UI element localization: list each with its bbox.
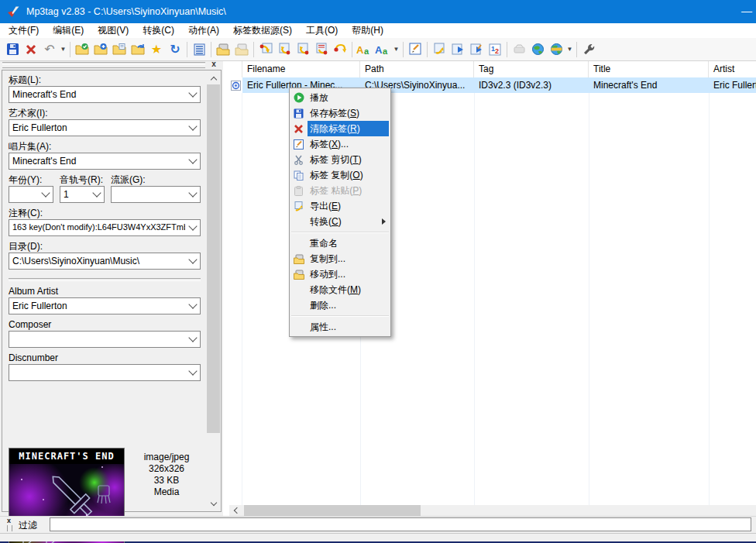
scroll-down-arrow[interactable] <box>207 497 220 510</box>
column-header-artist[interactable]: Artist <box>709 61 756 77</box>
track-combo-dropdown[interactable] <box>90 187 104 202</box>
web-source-alt-button[interactable] <box>547 40 565 59</box>
album-artist-combo-dropdown[interactable] <box>186 298 200 314</box>
change-directory-button[interactable] <box>73 40 91 59</box>
ctx-export[interactable]: 导出(E) <box>290 198 390 214</box>
folder-save-alt-button[interactable] <box>232 40 251 59</box>
icon-column-header[interactable] <box>229 61 242 77</box>
export-button[interactable] <box>430 40 448 59</box>
menu-tag-sources[interactable]: 标签数据源(S) <box>226 23 299 38</box>
ctx-play[interactable]: 播放 <box>290 90 390 105</box>
panel-grip[interactable] <box>2 64 205 68</box>
cd-button[interactable] <box>510 40 528 59</box>
discnumber-combo[interactable] <box>9 364 201 381</box>
column-header-tag[interactable]: Tag <box>474 61 589 77</box>
convert-filename-tag-button[interactable] <box>256 40 275 59</box>
tag-panel-scrollbar[interactable] <box>207 71 220 510</box>
genre-combo[interactable] <box>111 186 201 203</box>
directory-combo[interactable]: C:\Users\SiyinoXinyuan\Music\ <box>9 253 201 270</box>
ctx-move-to[interactable]: 移动到... <box>290 266 390 282</box>
filter-close-button[interactable]: x <box>7 517 11 524</box>
add-directory-button[interactable] <box>91 40 110 59</box>
ctx-rename[interactable]: 重命名 <box>290 235 390 251</box>
menu-view[interactable]: 视图(V) <box>91 23 136 38</box>
convert-tag-filename-button[interactable] <box>275 40 294 59</box>
action-run-button[interactable] <box>448 40 467 59</box>
menu-actions[interactable]: 动作(A) <box>181 23 226 38</box>
menu-file[interactable]: 文件(F) <box>2 23 46 38</box>
year-combo[interactable] <box>9 186 53 203</box>
tag-edit-button[interactable] <box>406 40 424 59</box>
ctx-tag-copy[interactable]: 标签 复制(O) <box>290 167 390 183</box>
cell-tag[interactable]: ID3v2.3 (ID3v2.3) <box>474 77 589 93</box>
cell-artist[interactable]: Eric Fullerton <box>709 77 756 93</box>
album-combo-dropdown[interactable] <box>186 153 200 169</box>
album-combo[interactable]: Minecraft's End <box>9 153 201 170</box>
directory-refresh-button[interactable] <box>129 40 147 59</box>
tag-panel-close-button[interactable]: x <box>209 60 218 69</box>
discnumber-combo-dropdown[interactable] <box>186 365 200 380</box>
track-combo[interactable]: 1 <box>60 186 105 203</box>
minimize-button[interactable]: — <box>739 5 754 17</box>
year-combo-dropdown[interactable] <box>39 187 53 202</box>
column-gridline <box>709 77 710 505</box>
title-combo-dropdown[interactable] <box>186 87 200 102</box>
comment-combo[interactable]: 163 key(Don't modify):L64FU3W4YxX3ZFTmbZ… <box>9 219 201 236</box>
save-tag-button[interactable] <box>3 40 22 59</box>
action-edit-button[interactable] <box>467 40 486 59</box>
remove-tag-button[interactable] <box>22 40 40 59</box>
options-button[interactable] <box>579 40 598 59</box>
composer-combo-dropdown[interactable] <box>186 332 200 347</box>
web-source-dropdown[interactable]: ▼ <box>565 40 574 59</box>
ctx-remove-file[interactable]: 移除文件(M) <box>290 282 390 297</box>
web-source-button[interactable] <box>528 40 547 59</box>
ctx-copy-to[interactable]: 复制到... <box>290 251 390 266</box>
undo-button[interactable]: ↶ <box>40 40 59 59</box>
case-conversion-alt-button[interactable]: Aa <box>373 40 392 59</box>
ctx-save-tag[interactable]: 保存标签(S) <box>290 105 390 121</box>
scroll-up-arrow[interactable] <box>207 71 220 84</box>
ctx-tag-cut[interactable]: 标签 剪切(T) <box>290 152 390 167</box>
composer-combo[interactable] <box>9 331 201 348</box>
menu-edit[interactable]: 编辑(E) <box>46 23 91 38</box>
export-icon <box>290 198 308 214</box>
column-header-filename[interactable]: Filename <box>242 61 360 77</box>
artist-combo[interactable]: Eric Fullerton <box>9 119 201 136</box>
folder-save-button[interactable] <box>214 40 232 59</box>
column-header-path[interactable]: Path <box>360 61 474 77</box>
favorites-button[interactable]: ★ <box>147 40 166 59</box>
undo-dropdown[interactable]: ▼ <box>59 40 67 59</box>
column-header-title[interactable]: Title <box>589 61 709 77</box>
case-dropdown[interactable]: ▼ <box>392 40 400 59</box>
ctx-properties[interactable]: 属性... <box>290 319 390 335</box>
menu-bar: 文件(F) 编辑(E) 视图(V) 转换(C) 动作(A) 标签数据源(S) 工… <box>0 23 756 38</box>
menu-help[interactable]: 帮助(H) <box>345 23 390 38</box>
scrollbar-thumb[interactable] <box>207 84 220 433</box>
directory-page-button[interactable] <box>110 40 129 59</box>
ctx-tag-edit[interactable]: 标签(X)... <box>290 136 390 152</box>
menu-convert[interactable]: 转换(C) <box>136 23 181 38</box>
refresh-button[interactable]: ↻ <box>166 40 184 59</box>
convert-tag-tag-button[interactable] <box>294 40 312 59</box>
autonumbering-wizard-button[interactable]: 12 <box>486 40 504 59</box>
ctx-convert[interactable]: 转换(C) <box>290 214 390 229</box>
filter-grip[interactable] <box>7 525 12 531</box>
case-conversion-button[interactable]: Aa <box>355 40 373 59</box>
extended-tags-button[interactable] <box>190 40 208 59</box>
menu-tools[interactable]: 工具(O) <box>299 23 345 38</box>
artist-combo-dropdown[interactable] <box>186 120 200 136</box>
filter-input[interactable] <box>50 517 751 531</box>
convert-textfile-tag-button[interactable] <box>312 40 331 59</box>
ctx-remove-tag[interactable]: 清除标签(R) <box>290 121 390 136</box>
list-horizontal-scrollbar[interactable] <box>229 505 756 516</box>
album-artist-combo[interactable]: Eric Fullerton <box>9 297 201 314</box>
ctx-delete[interactable]: 删除... <box>290 297 390 313</box>
title-combo[interactable]: Minecraft's End <box>9 86 201 103</box>
directory-combo-dropdown[interactable] <box>186 253 200 269</box>
cell-title[interactable]: Minecraft's End <box>589 77 709 93</box>
scrollbar-thumb[interactable] <box>244 505 421 516</box>
convert-filename-filename-button[interactable] <box>331 40 349 59</box>
genre-combo-dropdown[interactable] <box>186 187 200 202</box>
comment-combo-dropdown[interactable] <box>186 220 200 235</box>
scroll-left-arrow[interactable] <box>229 505 242 516</box>
